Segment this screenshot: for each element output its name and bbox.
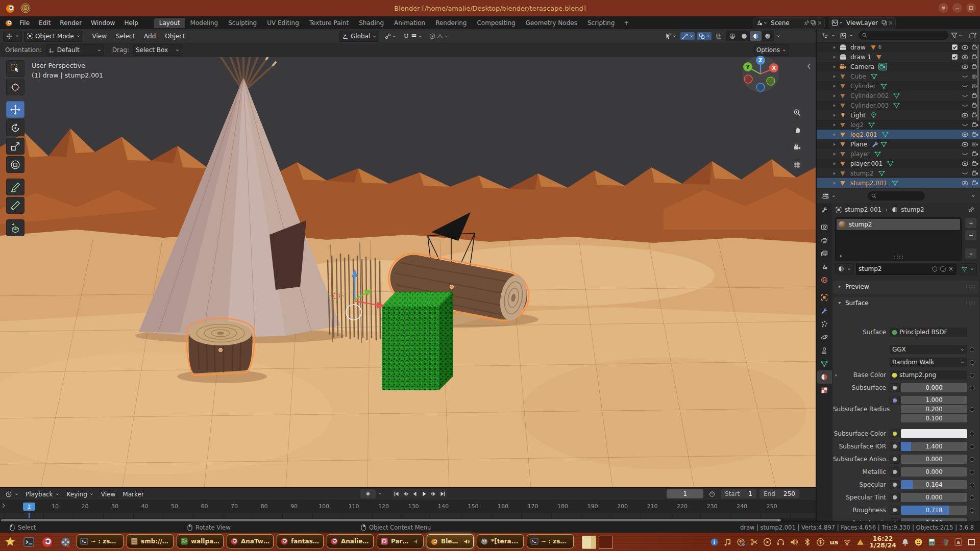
exclude-checkbox[interactable]	[949, 44, 960, 51]
jump-end-button[interactable]	[438, 489, 447, 498]
play-back-button[interactable]	[410, 489, 420, 498]
properties-tab-output[interactable]	[817, 234, 832, 247]
tray-calculator-icon[interactable]	[927, 538, 936, 546]
media-launcher[interactable]	[58, 535, 72, 549]
properties-tab-render[interactable]	[817, 220, 832, 234]
tray-emoji-icon[interactable]	[914, 538, 923, 546]
properties-tab-object[interactable]	[817, 291, 832, 304]
timeline-frames-strip[interactable]	[0, 513, 816, 518]
tab-uv-editing[interactable]: UV Editing	[262, 18, 304, 28]
browser-launcher[interactable]	[40, 535, 54, 549]
slider-subsurface-ior[interactable]: 1.400	[901, 442, 967, 451]
viewport-menu-object[interactable]: Object	[161, 33, 189, 40]
radius-value[interactable]: 1.000	[901, 396, 967, 404]
pan-view-button[interactable]	[790, 123, 804, 137]
timeline-expand-arrow[interactable]	[2, 503, 6, 508]
properties-tab-particles[interactable]	[817, 317, 832, 331]
taskbar-window-zsh[interactable]: ~ : zsh ...	[77, 534, 124, 548]
outliner-item-cylinder[interactable]: Cylinder	[817, 81, 980, 91]
ortho-grid-button[interactable]	[790, 158, 804, 172]
timeline-editor-type[interactable]	[3, 489, 21, 499]
playhead[interactable]	[29, 513, 30, 518]
material-slot[interactable]: stump2	[837, 219, 960, 230]
render-visibility-toggle[interactable]	[970, 179, 980, 187]
tray-library-icon[interactable]	[941, 538, 949, 546]
maximize-button[interactable]	[966, 3, 976, 13]
clock[interactable]: 16:221/28/24	[869, 535, 896, 548]
properties-tab-modifiers[interactable]	[817, 304, 832, 317]
tray-bluetooth-icon[interactable]	[803, 538, 812, 546]
tab-sculpting[interactable]: Sculpting	[223, 18, 262, 28]
tray-wifi-icon[interactable]	[843, 538, 851, 546]
render-visibility-toggle[interactable]	[970, 140, 980, 148]
snap-toggle-button[interactable]	[402, 31, 424, 42]
properties-tab-physics[interactable]	[817, 331, 832, 344]
frame-start-field[interactable]: Start 1	[721, 489, 756, 498]
hide-eye-toggle[interactable]	[960, 179, 970, 187]
hide-eye-toggle[interactable]	[960, 82, 970, 90]
tab-scripting[interactable]: Scripting	[582, 18, 620, 28]
tab-shading[interactable]: Shading	[354, 18, 389, 28]
blender-logo-icon[interactable]	[4, 18, 13, 27]
hide-eye-toggle[interactable]	[960, 140, 970, 148]
hide-eye-toggle[interactable]	[960, 111, 970, 119]
prev-key-button[interactable]	[401, 489, 410, 498]
expand-arrow-icon[interactable]	[834, 373, 839, 378]
desktop-1-thumbnail[interactable]	[582, 536, 596, 549]
tray-dictionary-icon[interactable]: a	[954, 538, 963, 546]
taskbar-window-tera[interactable]: *[tera...	[477, 534, 524, 548]
expand-arrow-icon[interactable]	[839, 254, 844, 259]
animate-dot-button[interactable]	[890, 467, 900, 477]
menu-render[interactable]: Render	[55, 19, 86, 27]
timeline-ruler[interactable]: 1 10203040506070809010011012013014015016…	[0, 501, 816, 513]
taskbar-window-wallpa[interactable]: wallpa...	[177, 534, 224, 548]
properties-tab-constraints[interactable]	[817, 344, 832, 357]
tab-texture-paint[interactable]: Texture Paint	[304, 18, 354, 28]
tool-select-box-button[interactable]	[6, 60, 24, 77]
taskbar-window-analies[interactable]: AnalieS...	[327, 534, 374, 548]
tool-scale-button[interactable]	[6, 138, 24, 155]
link-target-dropdown[interactable]	[959, 263, 977, 274]
tray-share-icon[interactable]	[737, 538, 745, 546]
properties-tab-tool[interactable]	[817, 203, 832, 216]
tool-annotate-button[interactable]	[6, 179, 24, 195]
browse-material-button[interactable]	[835, 263, 854, 274]
shading-solid-button[interactable]	[738, 31, 750, 41]
add-slot-button[interactable]	[965, 217, 977, 229]
xray-toggle-button[interactable]	[714, 32, 723, 40]
tray-volume-icon[interactable]	[790, 538, 798, 546]
hide-eye-toggle[interactable]	[960, 43, 970, 51]
auto-keying-button[interactable]	[360, 489, 376, 498]
viewport-menu-view[interactable]: View	[88, 33, 111, 40]
outliner-scrollbar[interactable]	[977, 44, 979, 121]
mode-dropdown[interactable]: Object Mode	[24, 31, 83, 42]
tab-modeling[interactable]: Modeling	[185, 18, 224, 28]
outliner-item-stump2-001[interactable]: stump2.001	[817, 178, 980, 188]
next-key-button[interactable]	[429, 489, 438, 498]
pin-icon[interactable]	[803, 19, 810, 26]
pin-id-button[interactable]	[968, 206, 975, 213]
chevron-down-icon[interactable]	[776, 34, 781, 38]
taskbar-window-fantast[interactable]: fantast...	[277, 534, 324, 548]
render-visibility-toggle[interactable]	[970, 121, 980, 129]
viewport-scene[interactable]	[0, 56, 816, 487]
animate-dot-button[interactable]	[890, 455, 900, 464]
radius-value[interactable]: 0.200	[901, 405, 967, 413]
pin-window-button[interactable]	[939, 3, 948, 13]
shader-button[interactable]: Principled BSDF	[890, 328, 967, 337]
distribution-dropdown[interactable]: GGX	[890, 345, 967, 354]
outliner-search-input[interactable]	[859, 31, 948, 40]
outliner-item-log2-001[interactable]: log2.001	[817, 130, 980, 139]
scene-selector[interactable]: Scene	[753, 17, 825, 29]
tool-rotate-button[interactable]	[6, 119, 24, 136]
outliner-item-cube[interactable]: Cube	[817, 71, 980, 81]
tool-move-button[interactable]	[6, 101, 24, 118]
timeline-menu-keying[interactable]: Keying	[63, 491, 97, 498]
tab-compositing[interactable]: Compositing	[472, 18, 520, 28]
properties-tab-view-layer[interactable]	[817, 247, 832, 260]
chevron-down-icon[interactable]	[971, 193, 976, 198]
preview-panel[interactable]: Preview	[833, 281, 979, 294]
panel-grip-icon[interactable]	[966, 301, 975, 305]
taskbar-window-pars[interactable]: Pars...	[377, 534, 424, 548]
slider-specular-tint[interactable]: 0.000	[901, 493, 967, 502]
